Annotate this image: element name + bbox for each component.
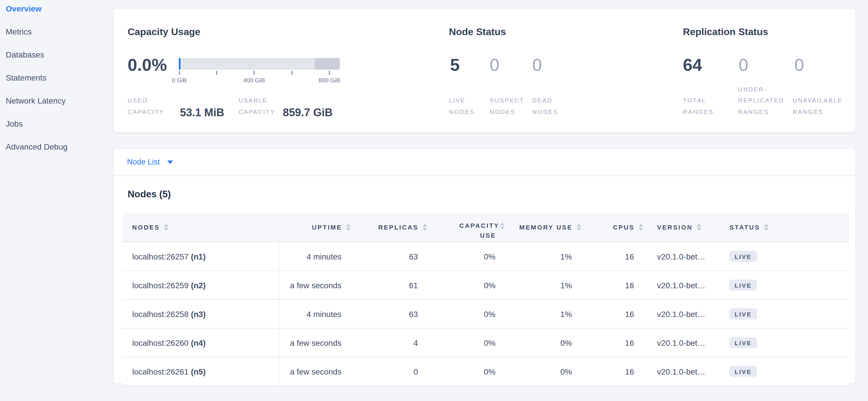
suspect-nodes-count: 0	[490, 55, 499, 74]
column-header-label: STATUS	[730, 224, 760, 231]
column-header-status[interactable]: STATUS	[712, 224, 849, 231]
sort-icon[interactable]	[500, 223, 505, 230]
replication-status-title: Replication Status	[683, 26, 768, 38]
uptime-cell: a few seconds	[279, 271, 351, 299]
sidebar-item-jobs[interactable]: Jobs	[0, 112, 113, 135]
replicas-cell: 61	[351, 271, 427, 299]
node-id: (n5)	[191, 367, 206, 376]
sidebar-item-statements[interactable]: Statements	[0, 66, 113, 89]
sidebar-item-advanced-debug[interactable]: Advanced Debug	[0, 135, 113, 158]
usable-capacity-value: 859.7 GiB	[283, 107, 333, 118]
status-badge: LIVE	[730, 280, 757, 291]
axis-label-400: 400 GiB	[243, 77, 265, 83]
node-address: localhost:26258	[132, 309, 189, 318]
sort-icon[interactable]	[164, 224, 168, 231]
status-cell: LIVE	[712, 271, 849, 299]
status-cell: LIVE	[712, 328, 849, 357]
sidebar-item-network-latency[interactable]: Network Latency	[0, 89, 113, 112]
sidebar-item-metrics[interactable]: Metrics	[0, 20, 113, 43]
version-cell: v20.1.0-bet…	[643, 328, 712, 357]
status-cell: LIVE	[712, 357, 849, 385]
axis-tick	[253, 71, 254, 75]
live-nodes-count: 5	[450, 55, 460, 74]
sidebar-item-databases[interactable]: Databases	[0, 43, 113, 66]
total-ranges-count: 64	[683, 55, 702, 74]
uptime-cell: 4 minutes	[279, 300, 351, 328]
column-header-label: MEMORY USE	[519, 224, 572, 231]
under-replicated-count: 0	[739, 55, 748, 74]
column-header-capacity-use[interactable]: CAPACITY USE	[427, 214, 505, 240]
sort-icon[interactable]	[764, 224, 769, 231]
status-cell: LIVE	[712, 242, 849, 270]
sort-icon[interactable]	[577, 224, 581, 231]
axis-tick	[216, 71, 217, 75]
sidebar-item-overview[interactable]: Overview	[0, 0, 113, 20]
column-header-memory-use[interactable]: MEMORY USE	[505, 224, 581, 231]
node-address-cell: localhost:26260(n4)	[122, 328, 279, 357]
axis-tick	[179, 71, 180, 75]
cpus-cell: 16	[581, 328, 643, 357]
cpus-cell: 16	[581, 357, 643, 385]
table-row[interactable]: localhost:26259(n2) a few seconds 61 0% …	[122, 271, 849, 300]
cluster-overview-page: Overview Metrics Databases Statements Ne…	[0, 0, 868, 401]
node-address: localhost:26259	[132, 281, 189, 290]
axis-label-800: 800 GiB	[318, 77, 340, 83]
axis-tick	[329, 71, 330, 75]
node-address: localhost:26257	[132, 252, 189, 261]
sort-icon[interactable]	[639, 224, 643, 231]
capacity-use-cell: 0%	[427, 271, 505, 299]
uptime-cell: a few seconds	[279, 328, 351, 357]
replicas-cell: 0	[351, 357, 427, 385]
dead-nodes-count: 0	[532, 55, 542, 74]
node-address: localhost:26260	[132, 338, 189, 347]
node-status-title: Node Status	[449, 26, 506, 38]
nodes-count-heading: Nodes (5)	[128, 189, 171, 200]
node-address-cell: localhost:26261(n5)	[122, 357, 279, 385]
version-cell: v20.1.0-bet…	[643, 300, 712, 328]
table-row[interactable]: localhost:26260(n4) a few seconds 4 0% 0…	[122, 328, 849, 357]
node-address: localhost:26261	[132, 367, 189, 376]
status-cell: LIVE	[712, 300, 849, 328]
capacity-percent: 0.0%	[128, 55, 167, 74]
usable-capacity-label: USABLE CAPACITY	[239, 95, 283, 117]
live-nodes-label: LIVE NODES	[449, 95, 486, 117]
status-badge: LIVE	[730, 308, 757, 320]
column-header-nodes[interactable]: NODES	[122, 224, 279, 231]
column-header-cpus[interactable]: CPUS	[581, 224, 643, 231]
memory-use-cell: 1%	[505, 271, 581, 299]
version-cell: v20.1.0-bet…	[643, 242, 712, 270]
unavailable-count: 0	[795, 55, 804, 74]
column-header-uptime[interactable]: UPTIME	[279, 224, 351, 231]
sort-icon[interactable]	[423, 224, 427, 231]
memory-use-cell: 1%	[505, 242, 581, 270]
status-badge: LIVE	[730, 366, 757, 377]
version-cell: v20.1.0-bet…	[643, 271, 712, 299]
used-capacity-label: USED CAPACITY	[128, 95, 173, 117]
memory-use-cell: 1%	[505, 300, 581, 328]
node-list-dropdown[interactable]: Node List	[114, 148, 855, 176]
capacity-use-cell: 0%	[427, 242, 505, 270]
replicas-cell: 4	[351, 328, 427, 357]
dead-nodes-label: DEAD NODES	[532, 95, 569, 117]
sort-icon[interactable]	[346, 224, 351, 231]
cpus-cell: 16	[581, 300, 643, 328]
node-id: (n4)	[191, 338, 206, 347]
sort-icon[interactable]	[697, 224, 701, 231]
node-list-dropdown-label: Node List	[127, 157, 160, 166]
memory-use-cell: 0%	[505, 328, 581, 357]
column-header-replicas[interactable]: REPLICAS	[351, 224, 427, 231]
axis-label-0: 0 GiB	[172, 77, 187, 83]
node-list-card: Node List Nodes (5) NODES UPTIME REPLICA…	[113, 148, 856, 384]
table-row[interactable]: localhost:26261(n5) a few seconds 0 0% 0…	[122, 357, 849, 386]
node-id: (n2)	[191, 281, 206, 290]
column-header-version[interactable]: VERSION	[643, 224, 712, 231]
capacity-use-cell: 0%	[427, 300, 505, 328]
node-id: (n3)	[191, 309, 206, 318]
table-row[interactable]: localhost:26257(n1) 4 minutes 63 0% 1% 1…	[122, 242, 849, 271]
capacity-use-cell: 0%	[427, 357, 505, 385]
status-badge: LIVE	[730, 251, 757, 262]
version-cell: v20.1.0-bet…	[643, 357, 712, 385]
node-address-cell: localhost:26258(n3)	[122, 300, 279, 328]
table-row[interactable]: localhost:26258(n3) 4 minutes 63 0% 1% 1…	[122, 300, 849, 328]
table-header-row: NODES UPTIME REPLICAS CAPACITY USE MEMOR…	[122, 213, 849, 242]
